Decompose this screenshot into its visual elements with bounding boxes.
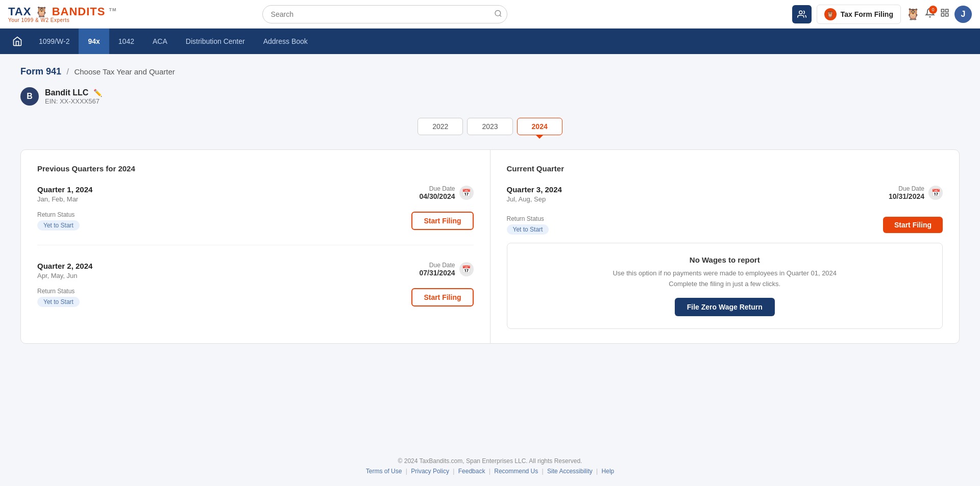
quarter-2-header: Quarter 2, 2024 Apr, May, Jun Due Date 0…	[37, 262, 474, 279]
team-button[interactable]	[792, 5, 812, 23]
top-header: TAX 🦉 BANDITS TM Your 1099 & W2 Experts	[0, 0, 980, 29]
search-bar	[262, 5, 507, 23]
current-quarter-calendar-icon: 📅	[928, 186, 943, 200]
logo-tm: TM	[109, 7, 117, 12]
svg-rect-5	[941, 14, 944, 16]
nav-item-1042[interactable]: 1042	[109, 29, 143, 54]
year-tab-2024[interactable]: 2024	[517, 118, 562, 135]
svg-rect-4	[945, 9, 948, 12]
nav-item-addressbook[interactable]: Address Book	[254, 29, 317, 54]
nav-bar: 1099/W-2 94x 1042 ACA Distribution Cente…	[0, 29, 980, 54]
current-quarter-info: Quarter 3, 2024 Jul, Aug, Sep	[507, 185, 562, 203]
quarter-1-start-filing-btn[interactable]: Start Filing	[411, 212, 473, 230]
nav-item-aca[interactable]: ACA	[143, 29, 177, 54]
quarter-2-due-date: Due Date 07/31/2024 📅	[419, 262, 473, 277]
main-content: Form 941 / Choose Tax Year and Quarter B…	[0, 54, 980, 445]
current-quarter-status-row: Return Status Yet to Start Start Filing	[507, 215, 943, 235]
footer-link-terms[interactable]: Terms of Use	[366, 468, 402, 475]
quarter-1-calendar-icon: 📅	[459, 186, 474, 200]
footer-sep-1: |	[406, 468, 409, 475]
footer-sep-5: |	[596, 468, 599, 475]
logo-bandits: BANDITS	[52, 5, 106, 18]
svg-point-0	[495, 10, 501, 16]
year-tab-2022[interactable]: 2022	[418, 118, 463, 135]
current-quarter-title: Current Quarter	[507, 164, 943, 173]
previous-quarters-title: Previous Quarters for 2024	[37, 164, 474, 173]
quarter-1-header: Quarter 1, 2024 Jan, Feb, Mar Due Date 0…	[37, 185, 474, 203]
current-quarter-header: Quarter 3, 2024 Jul, Aug, Sep Due Date 1…	[507, 185, 943, 203]
quarter-2-status-info: Return Status Yet to Start	[37, 288, 80, 307]
quarter-2-name: Quarter 2, 2024	[37, 262, 92, 270]
quarter-2-status-row: Return Status Yet to Start Start Filing	[37, 288, 474, 307]
logo-tagline: Your 1099 & W2 Experts	[8, 17, 69, 23]
quarter-2-status-badge: Yet to Start	[37, 297, 80, 307]
quarter-1-info: Quarter 1, 2024 Jan, Feb, Mar	[37, 185, 92, 203]
notifications-button[interactable]: 0	[925, 8, 935, 20]
notification-badge: 0	[929, 6, 937, 14]
svg-rect-6	[945, 14, 948, 16]
svg-point-2	[799, 11, 802, 14]
current-quarter-panel: Current Quarter Quarter 3, 2024 Jul, Aug…	[491, 150, 960, 343]
grid-button[interactable]	[940, 8, 949, 20]
nav-item-1099w2[interactable]: 1099/W-2	[30, 29, 79, 54]
previous-quarters-panel: Previous Quarters for 2024 Quarter 1, 20…	[21, 150, 491, 343]
footer-sep-3: |	[489, 468, 492, 475]
tax-filing-label: Tax Form Filing	[841, 10, 893, 18]
quarter-1-due-date: Due Date 04/30/2024 📅	[419, 185, 473, 200]
current-quarter-status-label: Return Status	[507, 215, 549, 222]
logo-text: TAX 🦉 BANDITS TM	[8, 5, 117, 18]
business-name: Bandit LLC	[45, 88, 88, 97]
tax-filing-button[interactable]: 🦉 Tax Form Filing	[817, 5, 901, 24]
quarter-1-due-date-text: Due Date 04/30/2024	[419, 185, 455, 200]
quarter-2-due-date-text: Due Date 07/31/2024	[419, 262, 455, 277]
search-button[interactable]	[494, 9, 502, 19]
quarter-1-status-row: Return Status Yet to Start Start Filing	[37, 211, 474, 231]
business-details: Bandit LLC ✏️ EIN: XX-XXXX567	[45, 88, 102, 105]
quarter-2-row: Quarter 2, 2024 Apr, May, Jun Due Date 0…	[37, 262, 474, 307]
current-quarter-status-info: Return Status Yet to Start	[507, 215, 549, 235]
svg-line-1	[500, 15, 501, 16]
owl-mascot-button[interactable]: 🦉	[906, 8, 920, 21]
nav-item-94x[interactable]: 94x	[79, 29, 109, 54]
business-info: B Bandit LLC ✏️ EIN: XX-XXXX567	[20, 87, 960, 106]
footer-link-feedback[interactable]: Feedback	[458, 468, 485, 475]
edit-business-icon[interactable]: ✏️	[93, 89, 102, 97]
no-wages-box: No Wages to report Use this option if no…	[507, 243, 943, 329]
quarter-1-row: Quarter 1, 2024 Jan, Feb, Mar Due Date 0…	[37, 185, 474, 245]
quarter-1-months: Jan, Feb, Mar	[37, 195, 92, 203]
footer-link-privacy[interactable]: Privacy Policy	[411, 468, 449, 475]
tax-filing-owl-icon: 🦉	[824, 8, 837, 20]
header-right: 🦉 Tax Form Filing 🦉 0 J	[792, 5, 972, 24]
quarter-2-calendar-icon: 📅	[459, 262, 474, 276]
nav-item-distribution[interactable]: Distribution Center	[177, 29, 254, 54]
footer-copyright: © 2024 TaxBandits.com, Span Enterprises …	[0, 457, 980, 465]
svg-rect-3	[941, 9, 944, 12]
no-wages-title: No Wages to report	[520, 255, 930, 264]
footer: © 2024 TaxBandits.com, Span Enterprises …	[0, 445, 980, 486]
file-zero-wage-return-btn[interactable]: File Zero Wage Return	[675, 298, 775, 316]
current-quarter-due-date-text: Due Date 10/31/2024	[889, 185, 924, 200]
business-avatar: B	[20, 87, 39, 106]
breadcrumb-subtitle: Choose Tax Year and Quarter	[74, 67, 175, 76]
breadcrumb-separator: /	[67, 67, 69, 76]
form-title: Form 941	[20, 66, 61, 76]
footer-link-recommend[interactable]: Recommend Us	[494, 468, 538, 475]
quarter-2-months: Apr, May, Jun	[37, 272, 92, 279]
footer-links: Terms of Use | Privacy Policy | Feedback…	[0, 468, 980, 475]
current-quarter-name: Quarter 3, 2024	[507, 185, 562, 194]
year-tab-2023[interactable]: 2023	[467, 118, 512, 135]
quarters-container: Previous Quarters for 2024 Quarter 1, 20…	[20, 149, 960, 344]
business-ein: EIN: XX-XXXX567	[45, 97, 102, 105]
current-quarter-status-badge: Yet to Start	[507, 224, 549, 235]
footer-link-accessibility[interactable]: Site Accessibility	[547, 468, 593, 475]
nav-home-button[interactable]	[5, 29, 30, 54]
logo-area: TAX 🦉 BANDITS TM Your 1099 & W2 Experts	[8, 5, 117, 23]
current-quarter-start-filing-btn[interactable]: Start Filing	[883, 217, 943, 233]
year-tabs: 2022 2023 2024	[20, 118, 960, 135]
quarter-2-start-filing-btn[interactable]: Start Filing	[411, 288, 473, 306]
user-avatar-button[interactable]: J	[954, 6, 972, 23]
current-quarter-months: Jul, Aug, Sep	[507, 195, 562, 203]
footer-sep-4: |	[542, 468, 545, 475]
footer-link-help[interactable]: Help	[602, 468, 615, 475]
search-input[interactable]	[262, 5, 507, 23]
